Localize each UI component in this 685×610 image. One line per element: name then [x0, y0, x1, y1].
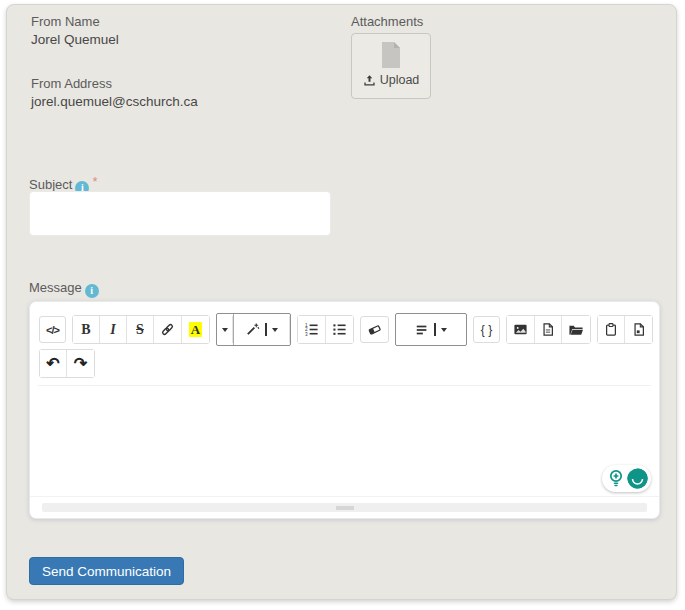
insert-group [506, 315, 591, 344]
link-button[interactable] [154, 316, 182, 343]
subject-label: Subject [29, 177, 72, 192]
send-communication-button[interactable]: Send Communication [29, 557, 184, 585]
from-name-label: From Name [31, 14, 100, 29]
paste-button[interactable] [598, 316, 625, 343]
color-dropdown-button[interactable] [217, 316, 233, 343]
template-button[interactable] [625, 316, 652, 343]
upload-icon [363, 74, 376, 87]
paragraph-align-icon [415, 323, 429, 337]
eraser-icon [367, 322, 382, 337]
message-label-row: Messagei [29, 280, 99, 298]
undo-icon: ↶ [46, 356, 59, 372]
paragraph-button[interactable] [409, 316, 453, 343]
history-group: ↶ ↷ [39, 349, 95, 378]
editor-statusbar [42, 503, 647, 512]
file-manager-button[interactable] [562, 316, 590, 343]
clear-format-button[interactable] [360, 316, 389, 343]
redo-button[interactable]: ↷ [67, 350, 94, 377]
magic-wand-icon [245, 322, 260, 337]
subject-required-asterisk: * [92, 174, 97, 189]
undo-button[interactable]: ↶ [40, 350, 67, 377]
clipboard-group [597, 315, 653, 344]
communication-form-panel: From Name Jorel Quemuel From Address jor… [6, 4, 677, 600]
message-editable-area[interactable] [38, 387, 651, 496]
chevron-down-icon [222, 328, 228, 332]
editor-toolbar-row-1: </> B I S [39, 313, 653, 346]
ordered-list-button[interactable]: 123 [298, 316, 326, 343]
editor-footer [30, 496, 659, 518]
font-color-icon: A [189, 322, 202, 337]
redo-icon: ↷ [74, 356, 87, 372]
insert-image-button[interactable] [507, 316, 535, 343]
editor-toolbar-row-2: ↶ ↷ [39, 349, 95, 378]
feedback-widget[interactable] [602, 465, 651, 492]
insert-file-button[interactable] [535, 316, 562, 343]
font-color-button[interactable]: A [182, 316, 209, 343]
svg-text:3: 3 [305, 332, 308, 337]
message-label: Message [29, 280, 82, 295]
upload-label: Upload [380, 73, 420, 87]
folder-icon [568, 322, 584, 337]
list-group: 123 [297, 315, 354, 344]
italic-button[interactable]: I [100, 316, 127, 343]
message-info-icon[interactable]: i [85, 284, 99, 298]
from-address-value: jorel.quemuel@cschurch.ca [31, 94, 198, 109]
unordered-list-button[interactable] [326, 316, 353, 343]
link-icon [160, 322, 175, 337]
color-style-dropdown-box [216, 313, 291, 346]
attachment-file-icon [379, 41, 403, 69]
resize-grip[interactable] [336, 506, 354, 510]
ordered-list-icon: 123 [304, 322, 319, 337]
font-style-group: B I S [72, 315, 210, 344]
attachments-label: Attachments [351, 14, 423, 29]
from-address-label: From Address [31, 76, 112, 91]
file-icon [541, 322, 555, 337]
from-name-value: Jorel Quemuel [31, 32, 119, 47]
bold-button[interactable]: B [73, 316, 100, 343]
lightbulb-idea-icon [608, 469, 624, 488]
message-editor: </> B I S [29, 301, 660, 519]
file-template-icon [632, 322, 646, 337]
chat-bubble-icon [626, 467, 649, 490]
code-snippet-button[interactable]: { } [473, 316, 500, 343]
style-magic-button[interactable] [234, 316, 290, 343]
codeview-button[interactable]: </> [39, 316, 66, 343]
paragraph-dropdown-box [395, 313, 467, 346]
upload-button[interactable]: Upload [363, 73, 420, 87]
attachments-dropzone[interactable]: Upload [351, 33, 431, 99]
unordered-list-icon [332, 322, 347, 337]
chevron-down-icon [441, 328, 447, 332]
chevron-down-icon [272, 328, 278, 332]
image-icon [513, 322, 528, 337]
clipboard-icon [604, 322, 618, 337]
toolbar-divider [38, 385, 651, 386]
strikethrough-button[interactable]: S [127, 316, 154, 343]
subject-input[interactable] [29, 191, 331, 236]
